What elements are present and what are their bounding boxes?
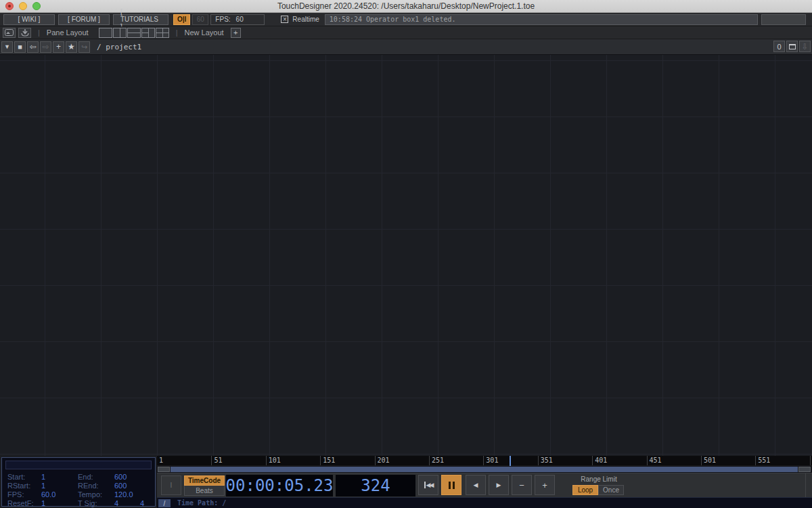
- start-value[interactable]: 1: [41, 473, 45, 481]
- start-label: Start:: [7, 473, 25, 481]
- step-back-button[interactable]: −: [512, 475, 532, 495]
- play-forward-button[interactable]: ▶: [489, 475, 509, 495]
- time-mode-switch: TimeCode Beats: [184, 475, 225, 496]
- range-limit-section: Range Limit Loop Once: [555, 475, 643, 495]
- window-button[interactable]: [786, 41, 798, 52]
- menu-bar: [ WIKI ] [ FORUM ] [ TUTORIALS ] O|I 60 …: [0, 13, 812, 26]
- layout-left-split-button[interactable]: [141, 28, 155, 38]
- pane-bar-right: 0 ⇩: [772, 41, 811, 52]
- transport-bar: I TimeCode Beats 00:00:05.23 324 ◀◀ ◀ ▶ …: [157, 473, 812, 497]
- tempo-label: Tempo:: [78, 490, 102, 499]
- time-path-bar: / Time Path: /: [157, 497, 812, 508]
- time-path-label: Time Path: /: [177, 499, 226, 507]
- layout-grid-button[interactable]: [156, 28, 169, 38]
- wiki-button[interactable]: [ WIKI ]: [3, 14, 55, 25]
- timeline-settings-panel: Start: 1 End: 600 RStart: 1 REnd: 600 FP…: [1, 457, 156, 507]
- minimize-window-button[interactable]: [19, 2, 27, 10]
- realtime-label: Realtime: [292, 16, 319, 23]
- frame-display[interactable]: 324: [336, 475, 415, 496]
- layout-single-button[interactable]: [99, 28, 112, 38]
- window-icon: [789, 44, 796, 49]
- fps-secondary-indicator: 60: [192, 14, 208, 25]
- once-button[interactable]: Once: [598, 485, 624, 495]
- pane-stop-button[interactable]: ■: [14, 41, 26, 53]
- nav-back-button[interactable]: ⇦: [27, 41, 39, 53]
- pane-menu-button[interactable]: ▼: [1, 41, 13, 53]
- pause-icon: [449, 482, 455, 489]
- tsig-value-1[interactable]: 4: [114, 499, 118, 507]
- network-editor[interactable]: [0, 55, 812, 456]
- plus-icon: +: [542, 480, 547, 490]
- scrollbar-track[interactable]: [171, 467, 798, 472]
- fps-setting-value[interactable]: 60.0: [41, 490, 55, 499]
- network-path[interactable]: / project1: [97, 43, 141, 51]
- realtime-toggle[interactable]: × Realtime: [281, 16, 319, 23]
- layout-two-columns-button[interactable]: [113, 28, 127, 38]
- loop-button[interactable]: Loop: [572, 485, 598, 495]
- zoom-window-button[interactable]: [32, 2, 41, 10]
- jump-button[interactable]: ↪: [78, 41, 90, 53]
- settings-row: RStart: 1 REnd: 600: [2, 482, 155, 490]
- dock-arrow-icon: [21, 29, 29, 37]
- rewind-icon: ◀◀: [424, 482, 433, 488]
- ruler-tick: 151: [320, 456, 374, 465]
- add-layout-button[interactable]: +: [231, 28, 241, 38]
- nav-forward-button[interactable]: ⇨: [40, 41, 51, 53]
- rend-value[interactable]: 600: [114, 482, 127, 490]
- separator: |: [38, 28, 40, 37]
- ruler-tick: 451: [647, 456, 701, 465]
- midi-io-indicator[interactable]: O|I: [173, 14, 190, 25]
- tempo-value[interactable]: 120.0: [114, 490, 133, 499]
- timeline-handle-button[interactable]: I: [161, 475, 181, 495]
- layout-two-rows-button[interactable]: [127, 28, 141, 38]
- scrollbar-right-handle[interactable]: [798, 467, 811, 472]
- bookmark-button[interactable]: ★: [66, 41, 77, 53]
- pane-add-button[interactable]: +: [53, 41, 64, 53]
- playhead[interactable]: [510, 456, 511, 466]
- traffic-lights: [5, 2, 41, 10]
- square-icon: ■: [18, 43, 22, 51]
- end-label: End:: [78, 473, 93, 481]
- timecode-button[interactable]: TimeCode: [184, 475, 225, 486]
- arrow-right-icon: ⇨: [42, 42, 49, 51]
- close-window-button[interactable]: [5, 2, 14, 10]
- rstart-label: RStart:: [7, 482, 30, 490]
- ruler-tick: 51: [211, 456, 265, 465]
- fps-field[interactable]: FPS: 60: [210, 14, 265, 25]
- touchdesigner-window: TouchDesigner 2020.24520: /Users/takahar…: [0, 0, 812, 508]
- separator: |: [176, 28, 178, 37]
- menu-right-box: [761, 14, 806, 25]
- chevron-down-icon: ▼: [4, 43, 10, 50]
- dock-pane-button[interactable]: [18, 28, 31, 38]
- image-preview-button[interactable]: [3, 28, 16, 38]
- step-forward-button[interactable]: +: [535, 475, 555, 495]
- new-layout-label: New Layout: [185, 28, 224, 37]
- scrollbar-left-handle[interactable]: [158, 467, 170, 472]
- collapse-down-button[interactable]: ⇩: [799, 41, 811, 52]
- settings-row: FPS: 60.0 Tempo: 120.0: [2, 490, 155, 499]
- forum-button[interactable]: [ FORUM ]: [58, 14, 110, 25]
- fps-setting-label: FPS:: [7, 490, 24, 499]
- settings-row: Start: 1 End: 600: [2, 473, 155, 482]
- zero-button[interactable]: 0: [773, 41, 785, 52]
- end-value[interactable]: 600: [114, 473, 127, 481]
- image-icon: [5, 29, 14, 36]
- resetf-value[interactable]: 1: [41, 499, 45, 507]
- timeline-settings-input[interactable]: [5, 461, 152, 469]
- play-reverse-button[interactable]: ◀: [466, 475, 486, 495]
- time-path-chip[interactable]: /: [158, 499, 171, 507]
- ruler-tick: 401: [592, 456, 646, 465]
- realtime-checkbox-icon[interactable]: ×: [281, 16, 288, 23]
- pause-button[interactable]: [441, 475, 461, 495]
- ruler-tick: 351: [538, 456, 592, 465]
- tsig-value-2[interactable]: 4: [140, 499, 144, 507]
- tutorials-button[interactable]: [ TUTORIALS ]: [113, 14, 168, 25]
- rstart-value[interactable]: 1: [41, 482, 45, 490]
- jump-arrow-icon: ↪: [81, 43, 87, 51]
- go-to-start-button[interactable]: ◀◀: [418, 475, 438, 495]
- timeline-scrollbar[interactable]: [157, 466, 812, 473]
- beats-button[interactable]: Beats: [184, 486, 225, 496]
- timeline-ruler[interactable]: 1 51 101 151 201 251 301 351 401 451 501…: [157, 456, 812, 466]
- minus-icon: −: [519, 480, 524, 490]
- ruler-tick: 1: [157, 456, 211, 465]
